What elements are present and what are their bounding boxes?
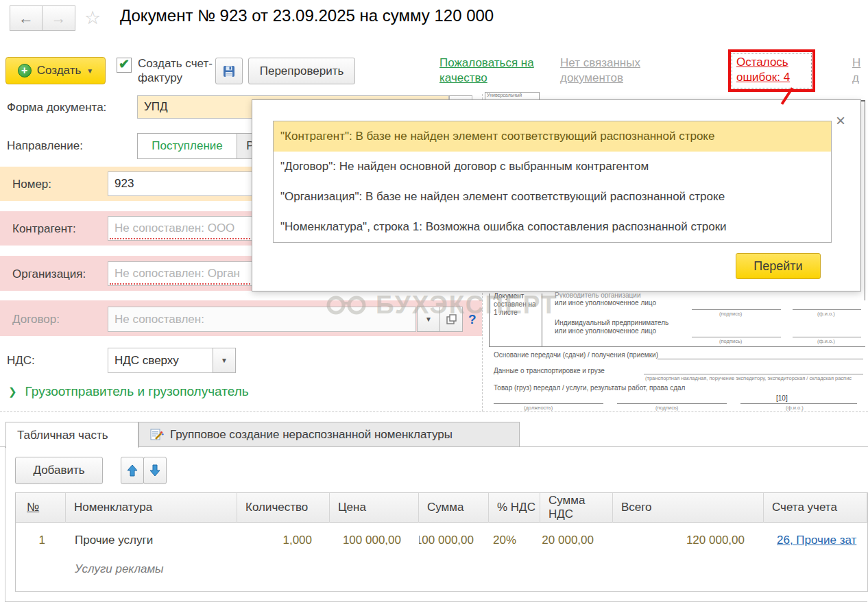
cell-subrow-content[interactable]: Услуги рекламы (66, 558, 867, 591)
col-header-sum[interactable]: Сумма (419, 493, 489, 523)
scan-sign-caption2: (подпись) (719, 338, 742, 344)
direction-receipt-label: Поступление (152, 139, 223, 153)
tab-table-part-label: Табличная часть (17, 429, 108, 442)
scan-fio-line2 (793, 337, 861, 337)
scan-ref10: [10] (776, 394, 788, 403)
error-item[interactable]: "Контрагент": В базе не найден элемент с… (274, 121, 831, 152)
go-button-label: Перейти (754, 259, 802, 274)
back-button[interactable]: ← (10, 5, 43, 31)
cell-accounts[interactable]: 26, Прочие зат (764, 523, 867, 558)
error-item[interactable]: "Номенклатура", строка 1: Возможна ошибк… (274, 212, 831, 242)
create-invoice-checkbox[interactable]: ✔ (117, 58, 132, 73)
add-row-label: Добавить (33, 464, 84, 477)
col-header-vat-sum[interactable]: Сумма НДС (540, 493, 613, 523)
go-to-error-button[interactable]: Перейти (736, 253, 821, 279)
scan-basis-text: Основание передачи (сдачи) / получения (… (494, 351, 658, 359)
scan-sign-caption: (подпись) (719, 311, 742, 317)
scan-fio-caption3: (ф.и.о.) (786, 405, 804, 411)
error-item[interactable]: "Организация": В базе не найден элемент … (274, 182, 831, 212)
errors-list: "Контрагент": В базе не найден элемент с… (273, 121, 832, 243)
watermark-text: БУХЭКСПЕРТ (376, 291, 558, 320)
cell-nomenclature[interactable]: Прочие услуги (66, 523, 237, 558)
cell-qty[interactable]: 1,000 (237, 523, 330, 558)
col-header-nomenclature[interactable]: Номенклатура (66, 493, 237, 523)
magic-wand-icon (150, 428, 164, 441)
cell-vat-pct[interactable]: 20% (489, 523, 540, 558)
scan-transport-text: Данные о транспортировке и грузе (494, 367, 605, 375)
tab-table-part[interactable]: Табличная часть (5, 422, 138, 448)
scan-entrepreneur-text: Индивидуальный предприниматель или иное … (555, 319, 668, 335)
scan-position-caption: (должность) (524, 405, 553, 411)
vat-dropdown-button[interactable]: ▼ (213, 348, 236, 373)
direction-toggle-receipt[interactable]: Поступление (137, 133, 237, 159)
contract-label: Договор: (12, 313, 60, 326)
plus-icon: + (18, 64, 32, 77)
save-button[interactable] (215, 58, 243, 84)
close-icon[interactable]: × (836, 112, 845, 129)
consignor-section-toggle[interactable]: ❯ Грузоотправитель и грузополучатель (8, 384, 249, 399)
col-header-num[interactable]: № (16, 493, 66, 523)
col-header-accounts[interactable]: Счета учета (764, 493, 867, 523)
scan-transport-line (644, 374, 863, 374)
page-title: Документ № 923 от 23.09.2025 на сумму 12… (120, 6, 494, 25)
consignor-section-label: Грузоотправитель и грузополучатель (25, 384, 249, 399)
direction-label: Направление: (7, 139, 83, 153)
create-button-label: Создать (37, 64, 82, 77)
favorite-star-icon[interactable]: ☆ (84, 7, 101, 29)
chevron-right-icon: ❯ (8, 385, 17, 398)
col-header-price[interactable]: Цена (330, 493, 419, 523)
dropdown-caret-icon: ▼ (86, 67, 93, 75)
col-header-vat-pct[interactable]: % НДС (489, 493, 540, 523)
accounts-link[interactable]: 26, Прочие зат (777, 534, 856, 547)
doc-form-label: Форма документа: (7, 101, 106, 115)
scan-right-border (865, 100, 865, 300)
checkmark-icon: ✔ (119, 58, 130, 71)
chevron-down-icon: ▼ (221, 357, 228, 364)
move-down-button[interactable] (143, 457, 167, 484)
items-table: № Номенклатура Количество Цена Сумма % Н… (15, 492, 868, 592)
tab-group-create-label: Групповое создание нераспознанной номенк… (170, 428, 453, 442)
watermark-glasses-icon (326, 295, 369, 315)
recheck-button[interactable]: Перепроверить (248, 58, 355, 84)
cell-row-num[interactable]: 1 (16, 523, 66, 558)
horizontal-splitter[interactable] (0, 411, 868, 412)
cell-total[interactable]: 120 000,00 (613, 523, 764, 558)
cell-vat-sum[interactable]: 20 000,00 (540, 523, 613, 558)
col-header-total[interactable]: Всего (613, 493, 764, 523)
arrow-down-icon (149, 464, 160, 477)
move-up-button[interactable] (121, 457, 144, 484)
cell-price[interactable]: 100 000,00 (330, 523, 419, 558)
scan-fio-line3 (740, 403, 857, 404)
arrow-up-icon (127, 464, 138, 477)
errors-remaining-callout: Осталось ошибок: 4 (728, 49, 815, 92)
scan-authorized-text: или иное уполномоченное лицо (555, 299, 656, 307)
forward-button[interactable]: → (43, 5, 75, 31)
related-documents-link[interactable]: Нет связанных документов (560, 56, 673, 86)
scan-sign-line3 (617, 403, 727, 404)
recheck-button-label: Перепроверить (260, 64, 344, 78)
error-item[interactable]: "Договор": Не найден основной договор с … (274, 152, 831, 182)
scan-fio-line (793, 309, 861, 310)
scan-sign-line (692, 309, 781, 310)
vat-select[interactable]: НДС сверху (108, 348, 213, 373)
scan-fragment-text: Универсальный (487, 93, 522, 97)
scan-sign-caption3: (подпись) (655, 405, 678, 411)
watermark: БУХЭКСПЕРТ (326, 291, 558, 320)
nav-button-group: ← → (10, 5, 75, 31)
complain-quality-link[interactable]: Пожаловаться на качество (439, 56, 557, 86)
scan-transport-caption: (транспортная накладная, поручение экспе… (645, 375, 865, 381)
scan-fio-caption: (ф.и.о.) (817, 311, 835, 317)
cell-sum[interactable]: 100 000,00 (419, 523, 489, 558)
create-button[interactable]: + Создать ▼ (5, 57, 106, 84)
tab-group-create[interactable]: Групповое создание нераспознанной номенк… (138, 422, 520, 447)
truncated-link[interactable]: Н д (852, 56, 868, 86)
scan-sign-line2 (692, 337, 781, 337)
vat-select-value: НДС сверху (114, 354, 179, 368)
col-header-qty[interactable]: Количество (237, 493, 330, 523)
add-row-button[interactable]: Добавить (15, 457, 103, 484)
errors-remaining-link[interactable]: Осталось ошибок: 4 (736, 56, 790, 84)
scan-fio-caption2: (ф.и.о.) (817, 338, 835, 344)
app-window: ← → ☆ Документ № 923 от 23.09.2025 на су… (0, 0, 868, 609)
scan-position-line (494, 403, 603, 404)
errors-popup: "Контрагент": В базе не найден элемент с… (252, 99, 861, 291)
